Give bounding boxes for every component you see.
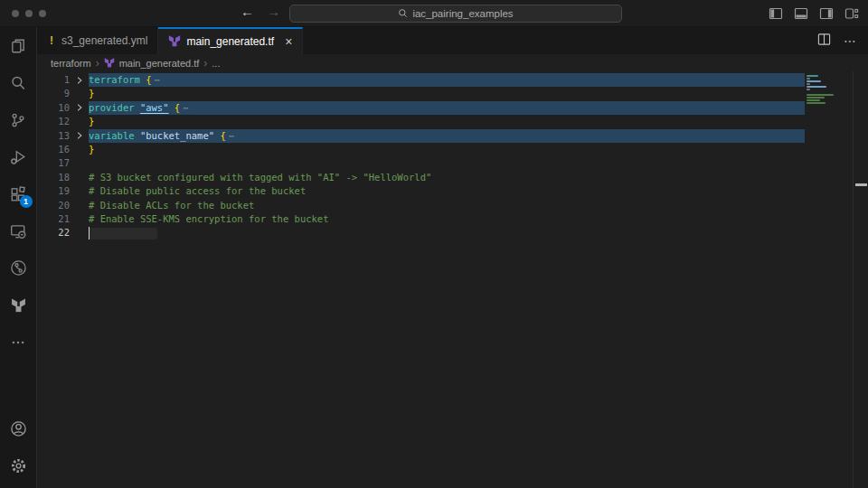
run-and-debug-icon[interactable]	[0, 138, 37, 175]
code-token: {	[146, 74, 151, 85]
back-button[interactable]: ←	[241, 4, 254, 19]
code-line-content[interactable]: provider "aws" {⋯	[89, 101, 805, 115]
window-controls	[12, 10, 46, 17]
code-line[interactable]: 13variable "bucket_name" {⋯	[37, 129, 868, 143]
code-token: # S3 bucket configured with tagged with …	[89, 172, 431, 183]
toggle-panel-icon[interactable]	[794, 6, 808, 21]
code-line-content[interactable]	[89, 226, 805, 239]
code-line[interactable]: 1terraform {⋯	[37, 73, 868, 87]
line-number[interactable]: 19	[37, 184, 70, 198]
title-bar: ← → iac_pairing_examples	[0, 0, 868, 27]
code-editor[interactable]: 1terraform {⋯9}10provider "aws" {⋯12}13v…	[37, 71, 868, 488]
minimap-line	[807, 97, 825, 99]
code-line[interactable]: 17	[37, 156, 868, 170]
code-line-content[interactable]: }	[89, 143, 805, 156]
code-token: # Disable ACLs for the bucket	[89, 200, 254, 211]
terraform-icon	[168, 34, 181, 50]
code-token: {	[175, 102, 180, 113]
maximize-window-button[interactable]	[39, 10, 46, 17]
tab-bar: ! s3_generated.yml main_generated.tf × ⋯	[37, 27, 868, 54]
customize-layout-icon[interactable]	[844, 6, 859, 21]
code-line-content[interactable]	[89, 156, 805, 170]
scrollbar-marker[interactable]	[855, 183, 867, 186]
minimap-divider	[853, 71, 854, 488]
line-number[interactable]: 21	[37, 212, 70, 226]
fold-chevron-icon[interactable]	[70, 73, 89, 87]
explorer-icon[interactable]	[0, 27, 37, 64]
fold-chevron-icon[interactable]	[70, 101, 89, 115]
code-line[interactable]: 16}	[37, 143, 868, 156]
minimap-line	[807, 89, 810, 90]
line-number[interactable]: 10	[37, 101, 70, 115]
code-line-content[interactable]: # Disable public access for the bucket	[89, 184, 805, 198]
code-lines: 1terraform {⋯9}10provider "aws" {⋯12}13v…	[37, 73, 868, 240]
code-line[interactable]: 21# Enable SSE-KMS encryption for the bu…	[37, 212, 868, 226]
fold-gutter	[70, 199, 89, 212]
fold-gutter	[70, 115, 89, 128]
chevron-right-icon: ›	[203, 57, 207, 70]
breadcrumb-folder[interactable]: terraform	[51, 58, 91, 69]
code-line-content[interactable]: }	[89, 87, 805, 100]
line-number[interactable]: 16	[37, 143, 70, 156]
minimize-window-button[interactable]	[25, 10, 33, 17]
code-line-content[interactable]: # Disable ACLs for the bucket	[89, 199, 805, 212]
split-editor-icon[interactable]	[817, 33, 831, 50]
minimap-line	[807, 94, 834, 96]
code-line[interactable]: 18# S3 bucket configured with tagged wit…	[37, 171, 868, 184]
minimap[interactable]	[807, 73, 852, 182]
line-number[interactable]: 20	[37, 199, 70, 212]
line-number[interactable]: 18	[37, 171, 70, 184]
code-token: terraform	[89, 74, 146, 85]
code-line[interactable]: 10provider "aws" {⋯	[37, 101, 868, 115]
source-control-icon[interactable]	[0, 101, 37, 138]
terraform-icon[interactable]	[0, 286, 37, 324]
settings-gear-icon[interactable]	[0, 447, 37, 484]
code-token: variable	[89, 130, 140, 141]
line-number[interactable]: 13	[37, 129, 70, 143]
remote-explorer-icon[interactable]	[0, 212, 37, 249]
code-line[interactable]: 19# Disable public access for the bucket	[37, 184, 868, 198]
activity-bar: 1	[0, 27, 37, 488]
code-line-content[interactable]: # S3 bucket configured with tagged with …	[89, 171, 805, 184]
current-line-ghost	[89, 228, 157, 239]
more-actions-icon[interactable]	[0, 324, 37, 361]
breadcrumb-file[interactable]: main_generated.tf	[119, 58, 200, 69]
line-number[interactable]: 1	[37, 73, 70, 87]
tab-main-generated-tf[interactable]: main_generated.tf ×	[158, 27, 303, 54]
editor-more-actions-icon[interactable]: ⋯	[844, 33, 857, 48]
line-number[interactable]: 22	[37, 226, 70, 239]
code-token: }	[89, 88, 94, 99]
fold-chevron-icon[interactable]	[70, 129, 89, 143]
extensions-icon[interactable]: 1	[0, 175, 37, 212]
toggle-sidebar-right-icon[interactable]	[819, 6, 834, 21]
search-icon[interactable]	[0, 64, 37, 101]
close-tab-icon[interactable]: ×	[285, 35, 292, 48]
line-number[interactable]: 17	[37, 156, 70, 170]
code-line-content[interactable]: variable "bucket_name" {⋯	[89, 129, 805, 143]
code-line-content[interactable]: }	[89, 115, 805, 128]
code-line[interactable]: 9}	[37, 87, 868, 100]
code-token: }	[89, 116, 94, 127]
code-line-content[interactable]: terraform {⋯	[89, 73, 805, 87]
command-center[interactable]: iac_pairing_examples	[289, 5, 622, 23]
accounts-icon[interactable]	[0, 410, 37, 447]
code-token: provider	[89, 102, 140, 113]
forward-button[interactable]: →	[267, 4, 280, 19]
code-line[interactable]: 20# Disable ACLs for the bucket	[37, 199, 868, 212]
code-token: # Disable public access for the bucket	[89, 185, 306, 196]
minimap-line	[807, 86, 826, 88]
line-number[interactable]: 9	[37, 87, 70, 100]
code-line[interactable]: 12}	[37, 115, 868, 128]
breadcrumb-more[interactable]: ...	[212, 58, 220, 69]
breadcrumb: terraform › main_generated.tf › ...	[37, 54, 868, 71]
gitlens-icon[interactable]	[0, 249, 37, 286]
code-token: ⋯	[155, 74, 160, 85]
code-line-content[interactable]: # Enable SSE-KMS encryption for the buck…	[89, 212, 805, 226]
line-number[interactable]: 12	[37, 115, 70, 128]
close-window-button[interactable]	[12, 10, 19, 17]
tab-s3-generated-yml[interactable]: ! s3_generated.yml	[37, 27, 158, 54]
code-token: # Enable SSE-KMS encryption for the buck…	[89, 213, 329, 224]
code-line[interactable]: 22	[37, 226, 868, 239]
toggle-sidebar-left-icon[interactable]	[769, 6, 783, 21]
minimap-line	[807, 78, 810, 80]
